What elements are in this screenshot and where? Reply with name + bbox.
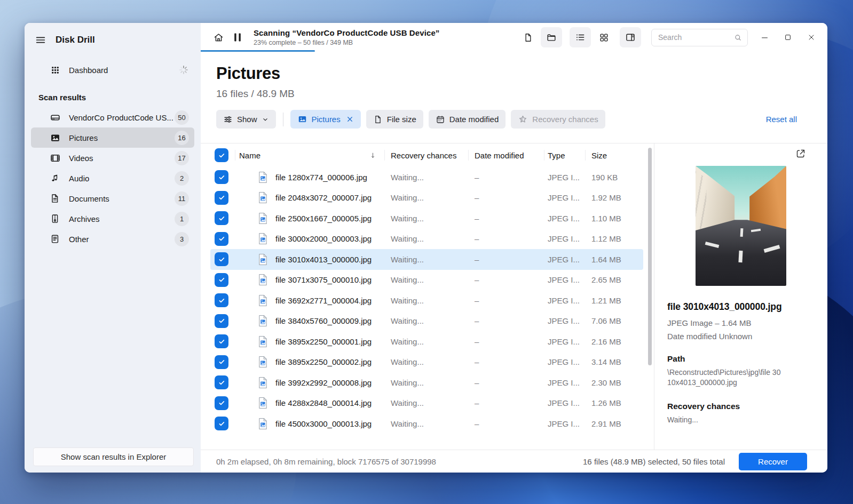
sidebar-item-other[interactable]: Other 3 <box>31 229 194 249</box>
row-checkbox[interactable] <box>215 170 228 184</box>
minimize-button[interactable] <box>753 27 776 48</box>
file-name: file 2048x3072_000007.jpg <box>275 193 372 202</box>
preview-recovery-value: Waiting... <box>667 415 785 425</box>
file-name: file 4500x3000_000013.jpg <box>275 419 372 428</box>
table-row[interactable]: file 3992x2992_000008.jpg Waiting... – J… <box>201 372 654 393</box>
table-row[interactable]: file 3000x2000_000003.jpg Waiting... – J… <box>201 229 654 250</box>
show-filter-label: Show <box>237 115 257 124</box>
pause-scan-button[interactable] <box>228 27 247 47</box>
column-header-size[interactable]: Size <box>591 151 607 160</box>
recovery-chance-value: Waiting... <box>391 378 424 387</box>
sidebar-item-archives[interactable]: Archives 1 <box>31 209 194 229</box>
file-type-value: JPEG I... <box>548 378 580 387</box>
preview-image[interactable] <box>696 166 786 286</box>
table-row[interactable]: file 3895x2250_000002.jpg Waiting... – J… <box>201 352 654 373</box>
row-checkbox[interactable] <box>215 334 228 348</box>
table-row[interactable]: file 1280x774_000006.jpg Waiting... – JP… <box>201 167 654 188</box>
recovery-chance-value: Waiting... <box>391 255 424 264</box>
reset-all-link[interactable]: Reset all <box>766 115 797 124</box>
filter-chip-pictures[interactable]: Pictures <box>290 110 361 129</box>
row-checkbox[interactable] <box>215 211 228 225</box>
sidebar-item-videos[interactable]: Videos 17 <box>31 148 194 168</box>
column-header-recovery[interactable]: Recovery chances <box>391 151 456 160</box>
file-name: file 3071x3075_000010.jpg <box>275 275 372 284</box>
sidebar-item-vendorco-productcode-us[interactable]: VendorCo ProductCode US... 50 <box>31 107 194 127</box>
select-all-checkbox[interactable] <box>215 148 228 162</box>
table-row[interactable]: file 3692x2771_000004.jpg Waiting... – J… <box>201 290 654 311</box>
videos-icon <box>49 152 61 164</box>
row-checkbox[interactable] <box>215 191 228 205</box>
table-row[interactable]: file 3895x2250_000001.jpg Waiting... – J… <box>201 331 654 352</box>
sidebar-item-count-badge: 11 <box>175 191 189 206</box>
filter-chip-recovery-chances[interactable]: Recovery chances <box>511 110 605 129</box>
scanning-spinner-icon <box>178 65 189 75</box>
show-in-explorer-button[interactable]: Show scan results in Explorer <box>33 447 194 466</box>
file-type-value: JPEG I... <box>548 337 580 346</box>
row-checkbox[interactable] <box>215 232 228 246</box>
row-checkbox[interactable] <box>215 273 228 287</box>
file-type-value: JPEG I... <box>548 296 580 305</box>
row-checkbox[interactable] <box>215 417 228 430</box>
row-checkbox[interactable] <box>215 375 228 389</box>
row-checkbox[interactable] <box>215 252 228 266</box>
row-checkbox[interactable] <box>215 355 228 369</box>
date-modified-value: – <box>475 255 479 264</box>
recovery-chance-value: Waiting... <box>391 337 424 346</box>
table-row[interactable]: file 2500x1667_000005.jpg Waiting... – J… <box>201 208 654 229</box>
file-name: file 3840x5760_000009.jpg <box>275 316 372 325</box>
sidebar-item-label: Documents <box>69 194 109 203</box>
search-input[interactable] <box>658 33 733 42</box>
file-name: file 3895x2250_000001.jpg <box>275 337 372 346</box>
jpeg-file-icon <box>258 397 268 409</box>
sidebar-item-audio[interactable]: Audio 2 <box>31 168 194 188</box>
row-checkbox[interactable] <box>215 396 228 410</box>
preview-panel-toggle-button[interactable] <box>620 27 641 47</box>
scan-progress-bar <box>201 50 315 52</box>
remove-filter-icon[interactable] <box>346 115 354 123</box>
search-box[interactable] <box>651 29 748 46</box>
grid-view-button[interactable] <box>594 27 613 47</box>
column-header-type[interactable]: Type <box>548 151 565 160</box>
sort-descending-icon[interactable] <box>369 151 377 159</box>
sidebar-item-label: Other <box>69 235 89 244</box>
page-subtitle: 16 files / 48.9 MB <box>216 88 797 100</box>
table-row[interactable]: file 4500x3000_000013.jpg Waiting... – J… <box>201 413 654 434</box>
row-checkbox[interactable] <box>215 293 228 307</box>
filter-divider <box>283 113 283 126</box>
table-row[interactable]: file 3071x3075_000010.jpg Waiting... – J… <box>201 270 654 291</box>
show-filter-button[interactable]: Show <box>216 110 276 129</box>
home-button[interactable] <box>209 27 228 47</box>
file-view-button[interactable] <box>518 27 538 47</box>
column-header-name[interactable]: Name <box>239 151 260 160</box>
folder-view-button[interactable] <box>541 27 562 47</box>
maximize-button[interactable] <box>776 27 800 48</box>
main-area: Scanning “VendorCo ProductCode USB Devic… <box>201 23 827 473</box>
table-scrollbar[interactable] <box>648 148 652 365</box>
file-type-value: JPEG I... <box>548 214 580 223</box>
table-row[interactable]: file 4288x2848_000014.jpg Waiting... – J… <box>201 393 654 414</box>
open-external-icon[interactable] <box>795 148 806 159</box>
filter-chip-label: File size <box>387 115 416 124</box>
table-row[interactable]: file 2048x3072_000007.jpg Waiting... – J… <box>201 188 654 209</box>
sidebar-item-dashboard[interactable]: Dashboard <box>31 60 194 80</box>
table-row[interactable]: file 3010x4013_000000.jpg Waiting... – J… <box>201 249 654 270</box>
row-checkbox[interactable] <box>215 314 228 328</box>
sidebar-item-documents[interactable]: Documents 11 <box>31 188 194 209</box>
hamburger-menu-icon[interactable] <box>35 34 46 46</box>
chevron-down-icon <box>262 116 269 123</box>
sidebar-item-count-badge: 3 <box>175 232 189 246</box>
sidebar-item-pictures[interactable]: Pictures 16 <box>31 127 194 148</box>
preview-type-size: JPEG Image – 1.64 MB <box>667 318 815 327</box>
app-title: Disk Drill <box>56 35 95 45</box>
sidebar-item-count-badge: 16 <box>175 131 189 145</box>
column-header-date[interactable]: Date modified <box>475 151 524 160</box>
toolbar: Scanning “VendorCo ProductCode USB Devic… <box>201 23 827 52</box>
close-button[interactable] <box>800 27 823 48</box>
file-name: file 3895x2250_000002.jpg <box>275 357 372 366</box>
filter-chip-date-modified[interactable]: Date modified <box>429 110 506 129</box>
recover-button[interactable]: Recover <box>739 453 807 470</box>
filter-chip-file-size[interactable]: File size <box>366 110 423 129</box>
jpeg-file-icon <box>258 356 268 368</box>
table-row[interactable]: file 3840x5760_000009.jpg Waiting... – J… <box>201 311 654 332</box>
list-view-button[interactable] <box>570 27 591 47</box>
